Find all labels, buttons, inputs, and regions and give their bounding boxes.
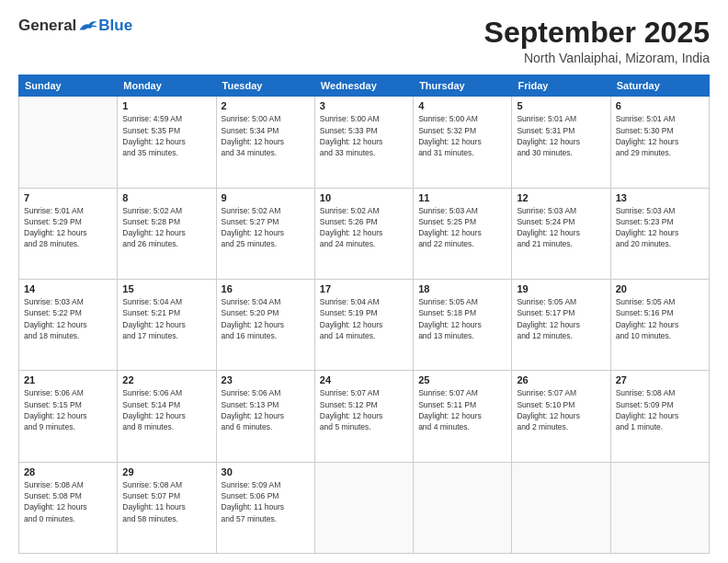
day-number: 27 [616, 374, 704, 385]
day-info: Sunrise: 5:08 AM Sunset: 5:07 PM Dayligh… [122, 479, 210, 524]
calendar-cell: 15Sunrise: 5:04 AM Sunset: 5:21 PM Dayli… [118, 279, 216, 370]
title-section: September 2025 North Vanlaiphai, Mizoram… [484, 17, 710, 65]
day-number: 7 [24, 192, 112, 203]
calendar-cell: 10Sunrise: 5:02 AM Sunset: 5:26 PM Dayli… [314, 188, 413, 279]
calendar-cell: 26Sunrise: 5:07 AM Sunset: 5:10 PM Dayli… [512, 371, 610, 462]
day-info: Sunrise: 5:00 AM Sunset: 5:32 PM Dayligh… [418, 113, 506, 158]
weekday-header: Saturday [610, 75, 709, 97]
day-info: Sunrise: 5:07 AM Sunset: 5:12 PM Dayligh… [320, 387, 408, 432]
day-info: Sunrise: 5:03 AM Sunset: 5:25 PM Dayligh… [418, 205, 506, 250]
calendar-cell [314, 462, 413, 553]
day-info: Sunrise: 5:07 AM Sunset: 5:11 PM Dayligh… [418, 387, 506, 432]
day-info: Sunrise: 5:01 AM Sunset: 5:30 PM Dayligh… [616, 113, 704, 158]
calendar-cell: 1Sunrise: 4:59 AM Sunset: 5:35 PM Daylig… [118, 97, 216, 188]
logo-general-text: General [18, 17, 76, 35]
day-info: Sunrise: 5:04 AM Sunset: 5:19 PM Dayligh… [320, 296, 408, 341]
day-info: Sunrise: 5:00 AM Sunset: 5:34 PM Dayligh… [222, 113, 310, 158]
calendar-cell: 17Sunrise: 5:04 AM Sunset: 5:19 PM Dayli… [314, 279, 413, 370]
calendar-cell: 5Sunrise: 5:01 AM Sunset: 5:31 PM Daylig… [512, 97, 610, 188]
day-info: Sunrise: 5:09 AM Sunset: 5:06 PM Dayligh… [222, 479, 310, 524]
day-info: Sunrise: 5:06 AM Sunset: 5:15 PM Dayligh… [24, 387, 112, 432]
day-info: Sunrise: 5:04 AM Sunset: 5:21 PM Dayligh… [122, 296, 210, 341]
location-text: North Vanlaiphai, Mizoram, India [484, 51, 710, 65]
calendar-cell: 18Sunrise: 5:05 AM Sunset: 5:18 PM Dayli… [414, 279, 512, 370]
day-number: 9 [222, 192, 310, 203]
logo-blue-text: Blue [98, 17, 132, 35]
day-info: Sunrise: 4:59 AM Sunset: 5:35 PM Dayligh… [122, 113, 210, 158]
calendar-week-row: 1Sunrise: 4:59 AM Sunset: 5:35 PM Daylig… [19, 97, 710, 188]
day-number: 13 [616, 192, 704, 203]
page: General Blue September 2025 North Vanlai… [0, 0, 728, 563]
day-info: Sunrise: 5:08 AM Sunset: 5:09 PM Dayligh… [616, 387, 704, 432]
day-number: 21 [24, 374, 112, 385]
day-number: 6 [616, 100, 704, 111]
day-info: Sunrise: 5:05 AM Sunset: 5:18 PM Dayligh… [418, 296, 506, 341]
calendar-cell: 20Sunrise: 5:05 AM Sunset: 5:16 PM Dayli… [610, 279, 709, 370]
day-info: Sunrise: 5:03 AM Sunset: 5:22 PM Dayligh… [24, 296, 112, 341]
day-number: 2 [222, 100, 310, 111]
calendar-cell: 13Sunrise: 5:03 AM Sunset: 5:23 PM Dayli… [610, 188, 709, 279]
calendar-week-row: 7Sunrise: 5:01 AM Sunset: 5:29 PM Daylig… [19, 188, 710, 279]
calendar-cell: 8Sunrise: 5:02 AM Sunset: 5:28 PM Daylig… [118, 188, 216, 279]
calendar-cell: 28Sunrise: 5:08 AM Sunset: 5:08 PM Dayli… [19, 462, 118, 553]
day-number: 30 [222, 466, 310, 477]
day-number: 29 [122, 466, 210, 477]
day-info: Sunrise: 5:00 AM Sunset: 5:33 PM Dayligh… [320, 113, 408, 158]
day-info: Sunrise: 5:03 AM Sunset: 5:24 PM Dayligh… [517, 205, 605, 250]
calendar-cell: 9Sunrise: 5:02 AM Sunset: 5:27 PM Daylig… [216, 188, 314, 279]
calendar-cell [610, 462, 709, 553]
day-number: 3 [320, 100, 408, 111]
day-number: 12 [517, 192, 605, 203]
calendar-cell: 30Sunrise: 5:09 AM Sunset: 5:06 PM Dayli… [216, 462, 314, 553]
calendar-cell: 24Sunrise: 5:07 AM Sunset: 5:12 PM Dayli… [314, 371, 413, 462]
day-info: Sunrise: 5:02 AM Sunset: 5:26 PM Dayligh… [320, 205, 408, 250]
day-info: Sunrise: 5:01 AM Sunset: 5:29 PM Dayligh… [24, 205, 112, 250]
calendar-cell: 16Sunrise: 5:04 AM Sunset: 5:20 PM Dayli… [216, 279, 314, 370]
day-number: 28 [24, 466, 112, 477]
calendar-cell: 7Sunrise: 5:01 AM Sunset: 5:29 PM Daylig… [19, 188, 118, 279]
calendar-cell: 27Sunrise: 5:08 AM Sunset: 5:09 PM Dayli… [610, 371, 709, 462]
calendar-cell: 2Sunrise: 5:00 AM Sunset: 5:34 PM Daylig… [216, 97, 314, 188]
weekday-header: Friday [512, 75, 610, 97]
logo-bird-icon [78, 17, 98, 34]
day-info: Sunrise: 5:03 AM Sunset: 5:23 PM Dayligh… [616, 205, 704, 250]
weekday-header: Tuesday [216, 75, 314, 97]
calendar-cell: 23Sunrise: 5:06 AM Sunset: 5:13 PM Dayli… [216, 371, 314, 462]
calendar-cell: 22Sunrise: 5:06 AM Sunset: 5:14 PM Dayli… [118, 371, 216, 462]
calendar-cell [19, 97, 118, 188]
weekday-header: Sunday [19, 75, 118, 97]
day-number: 22 [122, 374, 210, 385]
calendar-cell: 14Sunrise: 5:03 AM Sunset: 5:22 PM Dayli… [19, 279, 118, 370]
calendar-cell: 11Sunrise: 5:03 AM Sunset: 5:25 PM Dayli… [414, 188, 512, 279]
calendar-cell: 4Sunrise: 5:00 AM Sunset: 5:32 PM Daylig… [414, 97, 512, 188]
day-info: Sunrise: 5:02 AM Sunset: 5:28 PM Dayligh… [122, 205, 210, 250]
day-number: 18 [418, 283, 506, 294]
day-number: 24 [320, 374, 408, 385]
header: General Blue September 2025 North Vanlai… [18, 17, 710, 65]
weekday-header: Monday [118, 75, 216, 97]
day-info: Sunrise: 5:06 AM Sunset: 5:13 PM Dayligh… [222, 387, 310, 432]
day-number: 11 [418, 192, 506, 203]
day-number: 15 [122, 283, 210, 294]
calendar-cell [512, 462, 610, 553]
calendar-cell: 21Sunrise: 5:06 AM Sunset: 5:15 PM Dayli… [19, 371, 118, 462]
day-info: Sunrise: 5:02 AM Sunset: 5:27 PM Dayligh… [222, 205, 310, 250]
day-info: Sunrise: 5:08 AM Sunset: 5:08 PM Dayligh… [24, 479, 112, 524]
calendar-cell: 19Sunrise: 5:05 AM Sunset: 5:17 PM Dayli… [512, 279, 610, 370]
day-number: 17 [320, 283, 408, 294]
day-number: 4 [418, 100, 506, 111]
calendar-cell: 25Sunrise: 5:07 AM Sunset: 5:11 PM Dayli… [414, 371, 512, 462]
calendar-week-row: 21Sunrise: 5:06 AM Sunset: 5:15 PM Dayli… [19, 371, 710, 462]
calendar-cell: 6Sunrise: 5:01 AM Sunset: 5:30 PM Daylig… [610, 97, 709, 188]
day-info: Sunrise: 5:07 AM Sunset: 5:10 PM Dayligh… [517, 387, 605, 432]
day-number: 5 [517, 100, 605, 111]
calendar-cell: 29Sunrise: 5:08 AM Sunset: 5:07 PM Dayli… [118, 462, 216, 553]
day-number: 26 [517, 374, 605, 385]
day-number: 20 [616, 283, 704, 294]
day-info: Sunrise: 5:05 AM Sunset: 5:17 PM Dayligh… [517, 296, 605, 341]
day-number: 25 [418, 374, 506, 385]
calendar-week-row: 14Sunrise: 5:03 AM Sunset: 5:22 PM Dayli… [19, 279, 710, 370]
day-number: 8 [122, 192, 210, 203]
day-info: Sunrise: 5:04 AM Sunset: 5:20 PM Dayligh… [222, 296, 310, 341]
day-number: 19 [517, 283, 605, 294]
